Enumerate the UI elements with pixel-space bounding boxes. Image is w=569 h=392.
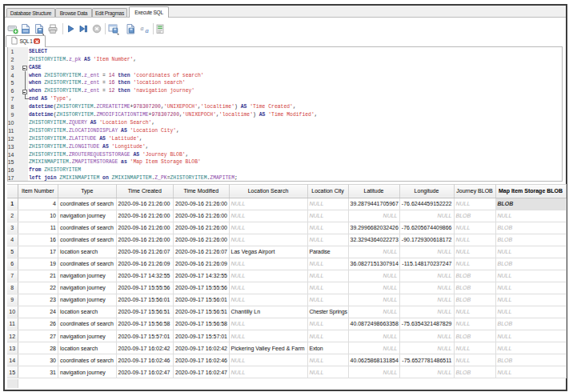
svg-text:a: a (140, 25, 143, 32)
svg-text:a: a (145, 26, 148, 34)
